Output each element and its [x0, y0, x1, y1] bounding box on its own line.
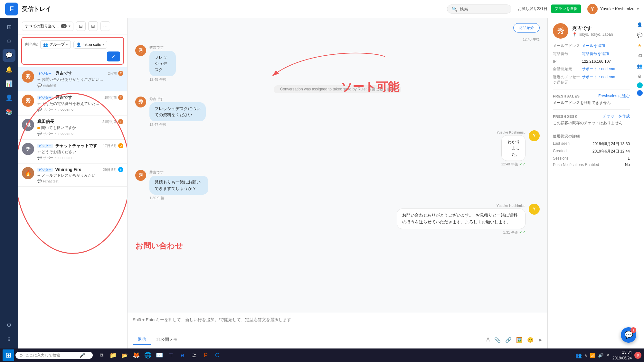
sessions-val: 1	[628, 156, 630, 161]
chat-bubble: フレッシュデスクについての資料をください	[149, 102, 206, 121]
created-val: 2019年6月24日 12:44	[592, 149, 630, 154]
people-taskbar-icon[interactable]: 👥	[575, 352, 582, 358]
list-item[interactable]: チ ビジター チャットチャットです 17日 6月 O ↩ どうぞお話ください	[18, 140, 127, 164]
bubble-time: 1:31 午後 ✓✓	[397, 230, 526, 235]
chevron-down-icon[interactable]: ▾	[637, 7, 639, 11]
firefox-icon[interactable]: 🦊	[131, 350, 141, 360]
taskbar-search-input[interactable]	[25, 353, 77, 357]
plan-select-button[interactable]: プランを選択	[551, 5, 581, 13]
sidebar-nav: ⊞ ☺ 💬 🔔 📊 👤 📚 ⚙ ⠿	[0, 18, 18, 348]
chat-input[interactable]	[133, 317, 542, 330]
freshsales-link[interactable]: Freshsales に進む	[598, 93, 630, 99]
nav-icon-settings[interactable]: ⚙	[3, 319, 15, 332]
chrome-icon[interactable]: 🌐	[143, 350, 153, 360]
nav-icon-contacts[interactable]: 👤	[3, 91, 15, 104]
assign-section: 割当先: 👥 グループ ▾ 👤 takeo saito ▾ ✓	[21, 37, 124, 65]
list-item[interactable]: 織 織田信長 21時間前 T 聞いても良いですか	[18, 116, 127, 140]
nav-icon-contact[interactable]: ☺	[3, 35, 15, 48]
taskbar-search: ⊙ 🎤	[15, 352, 93, 359]
agent-icon: 👤	[76, 42, 81, 47]
system-message: Conversation was assigned to takeo saito…	[274, 85, 401, 93]
label-strip-icon[interactable]: 🏷	[636, 51, 644, 60]
chat-strip-icon[interactable]: 💬	[636, 31, 644, 39]
bubble-time: 12:48 午後 ✓✓	[485, 162, 526, 167]
list-item[interactable]: 秀 ビジター 秀吉です 2分前 T ↩ お問い合わせありがとうございい...	[18, 67, 127, 91]
mail-icon[interactable]: ✉️	[155, 350, 164, 360]
nav-icon-library[interactable]: 📚	[3, 106, 15, 118]
agent-dropdown[interactable]: 👤 takeo saito ▾	[73, 41, 107, 49]
list-item[interactable]: 秀 ビジター 秀吉です 1時間前 T ↩ あなたの電話番号を教えていた...	[18, 91, 127, 116]
teal-circle-icon[interactable]	[637, 82, 643, 88]
group-dropdown[interactable]: 👥 グループ ▾	[40, 40, 71, 49]
nav-icon-inbox[interactable]: 💬	[3, 49, 15, 62]
quick-reply-button[interactable]: 商品紹介	[513, 23, 540, 32]
blue-circle-icon[interactable]	[637, 90, 643, 96]
files-icon[interactable]: 📂	[120, 350, 129, 360]
nav-icon-reports[interactable]: 📊	[3, 77, 15, 90]
avatar: 織	[22, 119, 34, 131]
emoji-icon[interactable]: 😊	[527, 337, 534, 343]
nav-icon-grid[interactable]: ⠿	[3, 333, 15, 346]
taskview-icon[interactable]: ⧉	[97, 350, 106, 360]
float-chat-button[interactable]: 💬 1	[621, 327, 636, 343]
start-button[interactable]: ⊞	[3, 349, 14, 361]
right-panel: 👤 💬 ★ 🏷 👥 ⚙ 秀 秀吉です 📍 Tokyo, Tokyo, Japan	[547, 18, 644, 348]
phone-value[interactable]: 電話番号を追加	[582, 51, 609, 57]
assign-label: 割当先:	[25, 42, 38, 47]
clock: 13:34 2019/06/24	[612, 349, 632, 361]
nav-icon-notifications[interactable]: 🔔	[3, 63, 15, 76]
link-icon[interactable]: 🔗	[505, 337, 512, 343]
teams-icon[interactable]: T	[166, 350, 176, 360]
wifi-icon[interactable]: 📶	[590, 353, 595, 358]
tab-note[interactable]: 非公開メモ	[151, 335, 183, 345]
format-icon[interactable]: A	[486, 337, 490, 343]
conv-time: 17日 6月	[103, 144, 117, 148]
filter-icon-btn[interactable]: ⊞	[88, 21, 98, 31]
list-item[interactable]: 🔥 ビジター Whirring Fire 29日 5月 B ↩ メールアドレスが…	[18, 164, 127, 187]
freshdesk-msg: この顧客の既存のチケットはありません	[553, 120, 630, 126]
info-row-ip: IP 122.216.166.107	[553, 59, 630, 64]
settings-strip-icon[interactable]: ⚙	[636, 72, 644, 80]
send-icon[interactable]: ➤	[538, 337, 542, 343]
image-icon[interactable]: 🖼️	[516, 337, 523, 343]
conv-name: 織田信長	[37, 119, 54, 124]
chevron-taskbar-icon[interactable]: ∧	[584, 353, 587, 357]
notification-badge[interactable]: 9	[634, 352, 641, 359]
created-label: Created	[553, 149, 567, 154]
freshsales-msg: メールアドレスを利用できません	[553, 100, 630, 106]
powerpoint-icon[interactable]: P	[201, 350, 211, 360]
user-area: Y Yusuke Koshimizu ▾	[587, 4, 639, 14]
volume-icon[interactable]: 🔊	[598, 353, 603, 358]
bubble-time: 12:47 午後	[149, 122, 243, 127]
agent-label: takeo saito	[82, 42, 101, 47]
freshdesk-link[interactable]: チケットを作成	[603, 114, 630, 119]
sort-icon-btn[interactable]: ⊟	[76, 21, 86, 31]
outlook-icon[interactable]: O	[213, 350, 222, 360]
more-icon-btn[interactable]: ⋯	[100, 21, 110, 31]
assign-confirm-button[interactable]: ✓	[107, 51, 120, 61]
conv-preview: ↩ あなたの電話番号を教えていた...	[37, 101, 123, 107]
notification-strip-icon[interactable]: ★	[636, 41, 644, 50]
explorer-icon[interactable]: 🗂	[189, 350, 199, 360]
nav-icon-home[interactable]: ⊞	[3, 21, 15, 33]
contact-strip-icon[interactable]: 👥	[636, 62, 644, 70]
info-row-phone: 電話番号 電話番号を追加	[553, 51, 630, 57]
conv-label: 💬Fchat test	[37, 179, 123, 183]
ie-icon[interactable]: e	[178, 350, 187, 360]
attach-icon[interactable]: 📎	[494, 337, 501, 343]
agent-avatar-small: O	[118, 143, 123, 148]
tab-reply[interactable]: 返信	[133, 335, 151, 345]
conv-label: 💬商品紹介	[37, 83, 123, 88]
file-manager-icon[interactable]: 📁	[108, 350, 118, 360]
mic-icon[interactable]: 🎤	[80, 353, 85, 358]
search-input[interactable]	[460, 6, 505, 11]
username: Yusuke Koshimizu	[600, 6, 634, 11]
email-value[interactable]: メールを追加	[582, 43, 605, 49]
phone-label: 電話番号	[553, 51, 582, 57]
bubble-sender: Yusuke Koshimizu	[485, 130, 526, 134]
person-icon[interactable]: 👤	[636, 21, 644, 29]
filter-bar: すべての割り当て... 5 ▾ ⊟ ⊞ ⋯	[18, 18, 127, 34]
bubble-sender: 秀吉です	[149, 45, 193, 50]
group-label: グループ	[49, 42, 65, 47]
filter-dropdown[interactable]: すべての割り当て... 5 ▾	[22, 22, 73, 31]
